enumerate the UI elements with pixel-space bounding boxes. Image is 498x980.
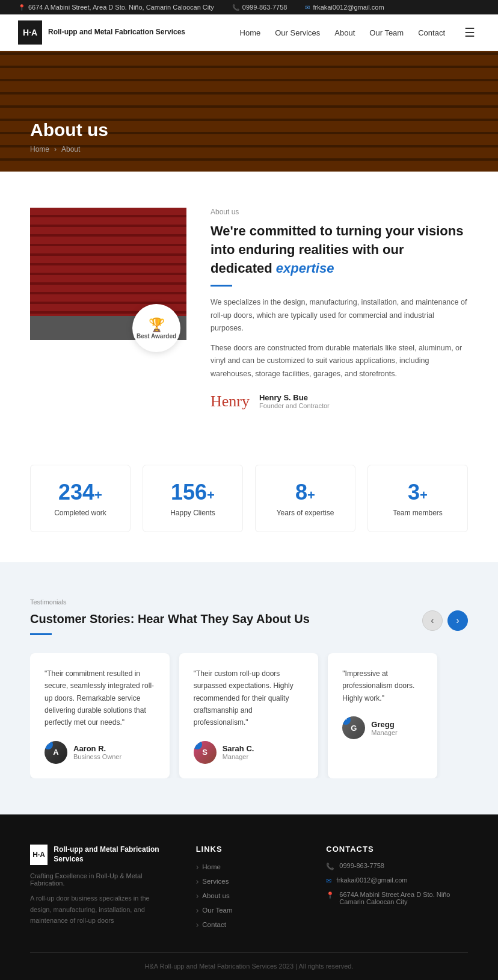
hamburger-icon[interactable]: ☰ — [460, 23, 480, 42]
footer-links-col: LINKS Home Services About us Our Team Co… — [196, 845, 303, 934]
author-info-0: Aaron R. Business Owner — [73, 744, 121, 760]
footer-loc-icon: 📍 — [326, 892, 334, 899]
test-quote-1: "Their custom roll-up doors surpassed ex… — [194, 668, 304, 729]
test-author-0: " A Aaron R. Business Owner — [45, 741, 155, 764]
footer-email-icon: ✉ — [326, 877, 331, 885]
author-info-2: Gregg Manager — [371, 720, 397, 736]
testimonials-heading: Customer Stories: Hear What They Say Abo… — [30, 610, 310, 627]
trophy-icon: 🏆 — [149, 317, 165, 333]
phone-text: 0999-863-7758 — [242, 4, 287, 11]
address-text: 6674 A Mabini Street, Area D Sto. Niño, … — [28, 4, 214, 11]
footer-logo-icon: H·A — [30, 845, 48, 865]
testimonials-tag: Testimonials — [30, 598, 310, 606]
stat-number-1: 156+ — [153, 480, 233, 505]
testimonial-card-0: "Their commitment resulted in secure, se… — [30, 653, 170, 778]
footer-link-home[interactable]: Home — [196, 862, 303, 872]
footer-phone: 📞 0999-863-7758 — [326, 862, 468, 870]
test-author-1: " S Sarah C. Manager — [194, 741, 304, 764]
nav-team[interactable]: Our Team — [369, 28, 404, 37]
stat-card-2: 8+ Years of expertise — [255, 465, 355, 532]
author-role-0: Business Owner — [73, 753, 121, 760]
nav-home[interactable]: Home — [240, 28, 261, 37]
founder-name: Henry S. Bue — [259, 393, 330, 402]
nav-about[interactable]: About — [334, 28, 355, 37]
footer-logo: H·A Roll-upp and Metal Fabrication Servi… — [30, 845, 172, 865]
test-author-2: " G Gregg Manager — [342, 716, 423, 739]
footer-link-contact[interactable]: Contact — [196, 920, 303, 929]
footer-bottom: H&A Roll-upp and Metal Fabrication Servi… — [30, 952, 468, 970]
badge-text: Best Awarded — [137, 333, 176, 340]
blue-divider-test — [30, 633, 52, 635]
footer-phone-icon: 📞 — [326, 863, 334, 870]
about-desc-1: We specializes in the design, manufactur… — [211, 296, 468, 335]
author-name-2: Gregg — [371, 720, 397, 729]
stat-number-2: 8+ — [265, 480, 345, 505]
footer-email: ✉ frkakai0012@gmail.com — [326, 876, 468, 885]
email-text: frkakai0012@gmail.com — [313, 4, 384, 11]
prev-arrow[interactable]: ‹ — [422, 610, 443, 631]
test-quote-2: "Impressive at professionalism doors. Hi… — [342, 668, 423, 704]
about-heading-italic: expertise — [276, 261, 334, 276]
testimonials-cards: "Their commitment resulted in secure, se… — [30, 653, 468, 778]
founder-info: Henry S. Bue Founder and Contractor — [259, 393, 330, 409]
award-badge: 🏆 Best Awarded — [132, 304, 180, 352]
avatar-2: " G — [342, 716, 365, 739]
footer-brand-name: Roll-upp and Metal Fabrication Services — [54, 845, 171, 864]
footer-contacts-title: CONTACTS — [326, 845, 468, 854]
phone-icon: 📞 — [232, 4, 239, 11]
author-role-1: Manager — [223, 753, 254, 760]
breadcrumb: Home › About — [30, 145, 468, 154]
testimonial-card-1: "Their custom roll-up doors surpassed ex… — [179, 653, 319, 778]
email-bar: ✉ frkakai0012@gmail.com — [305, 4, 384, 11]
copyright-text: H&A Roll-upp and Metal Fabrication Servi… — [144, 963, 353, 970]
hero-title: About us — [30, 120, 468, 140]
stat-label-0: Completed work — [40, 509, 120, 517]
founder-title: Founder and Contractor — [259, 402, 330, 409]
footer-link-team[interactable]: Our Team — [196, 905, 303, 915]
testimonial-card-2: "Impressive at professionalism doors. Hi… — [328, 653, 437, 778]
stat-label-2: Years of expertise — [265, 509, 345, 517]
stat-card-3: 3+ Team members — [367, 465, 468, 532]
about-heading: We're committed to turning your visions … — [211, 222, 468, 278]
author-name-0: Aaron R. — [73, 744, 121, 753]
footer-brand-col: H·A Roll-upp and Metal Fabrication Servi… — [30, 845, 172, 934]
footer-address: 📍 6674A Mabini Street Area D Sto. Niño C… — [326, 891, 468, 905]
author-name-1: Sarah C. — [223, 744, 254, 753]
stats-section: 234+ Completed work 156+ Happy Clients 8… — [0, 447, 498, 562]
nav-services[interactable]: Our Services — [275, 28, 320, 37]
stat-number-0: 234+ — [40, 480, 120, 505]
logo: H·A Roll-upp and Metal Fabrication Servi… — [18, 20, 185, 45]
footer-desc: A roll-up door business specializes in t… — [30, 893, 172, 926]
location-icon: 📍 — [18, 4, 25, 11]
avatar-1: " S — [194, 741, 217, 764]
stat-number-3: 3+ — [378, 480, 458, 505]
stat-card-1: 156+ Happy Clients — [143, 465, 243, 532]
footer-grid: H·A Roll-upp and Metal Fabrication Servi… — [30, 845, 468, 934]
logo-icon: H·A — [18, 20, 42, 45]
testimonials-section: Testimonials Customer Stories: Hear What… — [0, 562, 498, 814]
footer-contacts-col: CONTACTS 📞 0999-863-7758 ✉ frkakai0012@g… — [326, 845, 468, 934]
hero-section: About us Home › About — [0, 51, 498, 172]
about-heading-main: We're committed to turning your visions … — [211, 223, 463, 276]
brand-name: Roll-upp and Metal Fabrication Services — [48, 28, 185, 37]
quote-badge-0: " — [45, 741, 53, 749]
signature-row: Henry Henry S. Bue Founder and Contracto… — [211, 392, 468, 411]
footer-links-title: LINKS — [196, 845, 303, 854]
phone-bar: 📞 0999-863-7758 — [232, 4, 287, 11]
quote-badge-2: " — [342, 716, 351, 725]
next-arrow[interactable]: › — [447, 610, 468, 631]
signature: Henry — [211, 392, 250, 411]
quote-badge-1: " — [194, 741, 202, 749]
nav-contact[interactable]: Contact — [418, 28, 445, 37]
footer-link-services[interactable]: Services — [196, 876, 303, 886]
address-bar: 📍 6674 A Mabini Street, Area D Sto. Niño… — [18, 4, 214, 11]
footer-tagline: Crafting Excellence in Roll-Up & Metal F… — [30, 872, 172, 887]
about-content: About us We're committed to turning your… — [211, 208, 468, 411]
testimonials-header: Testimonials Customer Stories: Hear What… — [30, 598, 468, 635]
navbar: H·A Roll-upp and Metal Fabrication Servi… — [0, 14, 498, 51]
footer-link-about[interactable]: About us — [196, 891, 303, 901]
avatar-0: " A — [45, 741, 67, 764]
test-quote-0: "Their commitment resulted in secure, se… — [45, 668, 155, 729]
breadcrumb-home[interactable]: Home — [30, 145, 49, 154]
about-image-wrapper: 🏆 Best Awarded — [30, 208, 186, 340]
